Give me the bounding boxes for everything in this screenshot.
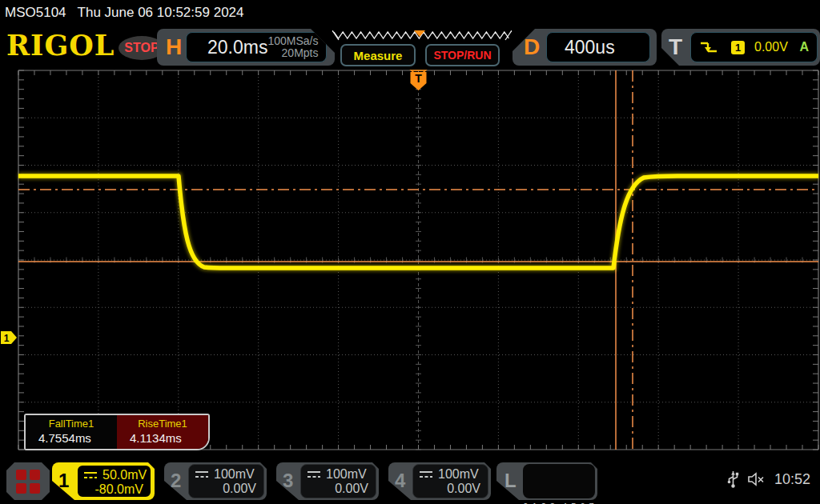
trigger-level-value: 0.00V bbox=[754, 40, 788, 54]
delay-control[interactable]: D 400us bbox=[512, 29, 657, 66]
falling-edge-trigger-icon bbox=[699, 39, 718, 55]
logic-channels-button[interactable]: L 0 1 2 3 4 5 6 7 8 9 1011 12131415 bbox=[496, 462, 597, 500]
sample-rate: 100MSa/s bbox=[267, 35, 318, 47]
waveform-preview-strip[interactable] bbox=[332, 29, 512, 42]
dc-coupling-icon bbox=[195, 470, 209, 478]
rigol-logo: RIGOL bbox=[6, 30, 115, 61]
header-bar: RIGOL STOP H 20.0ms 100MSa/s 20Mpts Meas… bbox=[0, 26, 820, 69]
trigger-source-badge: 1 bbox=[731, 41, 745, 54]
channel-4-readout: 100mV 0.00V bbox=[412, 464, 488, 498]
channel-3-readout: 100mV 0.00V bbox=[300, 464, 376, 498]
trigger-marker-label: T bbox=[415, 72, 422, 85]
scope-graticule-display[interactable]: T1 bbox=[0, 69, 820, 453]
measurement-label: RiseTime1 bbox=[117, 418, 208, 430]
channel-4-offset: 0.00V bbox=[413, 482, 488, 498]
channel-4-number: 4 bbox=[395, 470, 405, 492]
measurement-label: FallTime1 bbox=[26, 418, 117, 430]
logic-channel-list: 0 1 2 3 4 5 6 7 8 9 1011 12131415 bbox=[523, 464, 595, 498]
trigger-control[interactable]: T 1 0.00V A bbox=[661, 29, 820, 66]
channel-3-scale: 100mV bbox=[326, 467, 367, 482]
channel-status-bar: 1 50.0mV -80.0mV 2 bbox=[0, 458, 820, 504]
measurement-falltime[interactable]: FallTime1 4.7554ms bbox=[26, 415, 117, 449]
channel-1-offset: -80.0mV bbox=[78, 482, 151, 498]
channel-2-scale: 100mV bbox=[214, 467, 255, 482]
model-name: MSO5104 bbox=[5, 5, 66, 21]
channel-1-scale: 50.0mV bbox=[102, 468, 147, 482]
preview-zigzag-icon bbox=[332, 29, 512, 42]
grid-icon bbox=[16, 470, 40, 494]
datetime: Thu June 06 10:52:59 2024 bbox=[78, 5, 244, 21]
channel-1-readout: 50.0mV -80.0mV bbox=[76, 464, 152, 498]
preview-left-cap bbox=[332, 30, 339, 40]
usb-icon bbox=[727, 470, 739, 489]
channel-3-number: 3 bbox=[283, 470, 293, 492]
channel-2-number: 2 bbox=[171, 470, 181, 492]
memory-depth: 20Mpts bbox=[267, 47, 318, 59]
channel-2-button[interactable]: 2 100mV 0.00V bbox=[164, 462, 267, 500]
measurement-value: 4.1134ms bbox=[117, 431, 208, 445]
measurement-value: 4.7554ms bbox=[26, 431, 117, 445]
horizontal-timebase-control[interactable]: H 20.0ms 100MSa/s 20Mpts bbox=[157, 29, 335, 66]
channel-1-number: 1 bbox=[58, 470, 69, 492]
channel-3-button[interactable]: 3 100mV 0.00V bbox=[276, 462, 379, 500]
muted-speaker-icon bbox=[747, 471, 766, 487]
dc-coupling-icon bbox=[419, 470, 433, 478]
measure-button[interactable]: Measure bbox=[340, 44, 416, 66]
channel-3-offset: 0.00V bbox=[301, 482, 376, 498]
timebase-box: 20.0ms 100MSa/s 20Mpts bbox=[186, 32, 327, 62]
status-icons: 10:52 bbox=[727, 470, 810, 489]
measurement-results-popup[interactable]: FallTime1 4.7554ms RiseTime1 4.1134ms bbox=[24, 414, 210, 450]
logic-row-1: 0 1 2 3 4 5 6 7 bbox=[523, 498, 595, 504]
top-status-bar: MSO5104 Thu June 06 10:52:59 2024 bbox=[0, 0, 820, 26]
acquisition-rates: 100MSa/s 20Mpts bbox=[267, 35, 318, 59]
trigger-box: 1 0.00V A bbox=[690, 32, 818, 62]
dc-coupling-icon bbox=[83, 471, 98, 479]
horizontal-label: H bbox=[166, 29, 182, 66]
delay-box: 400us bbox=[546, 32, 650, 62]
delay-value: 400us bbox=[565, 37, 615, 58]
delay-label: D bbox=[524, 29, 540, 66]
timebase-value: 20.0ms bbox=[207, 37, 267, 58]
dc-coupling-icon bbox=[307, 470, 321, 478]
channel-2-readout: 100mV 0.00V bbox=[188, 464, 264, 498]
oscilloscope-screen: MSO5104 Thu June 06 10:52:59 2024 RIGOL … bbox=[0, 0, 820, 504]
logic-label: L bbox=[504, 470, 517, 492]
menu-grid-button[interactable] bbox=[6, 462, 50, 500]
channel-4-button[interactable]: 4 100mV 0.00V bbox=[388, 462, 491, 500]
stop-run-button[interactable]: STOP/RUN bbox=[425, 44, 500, 66]
channel-1-marker-label: 1 bbox=[4, 333, 10, 344]
channel-2-offset: 0.00V bbox=[189, 482, 263, 498]
clock-time: 10:52 bbox=[774, 471, 810, 488]
trigger-mode-auto: A bbox=[799, 40, 809, 54]
channel-4-scale: 100mV bbox=[438, 467, 479, 482]
channel-1-button[interactable]: 1 50.0mV -80.0mV bbox=[52, 462, 155, 500]
trigger-label: T bbox=[669, 29, 682, 66]
measurement-risetime[interactable]: RiseTime1 4.1134ms bbox=[117, 415, 208, 449]
